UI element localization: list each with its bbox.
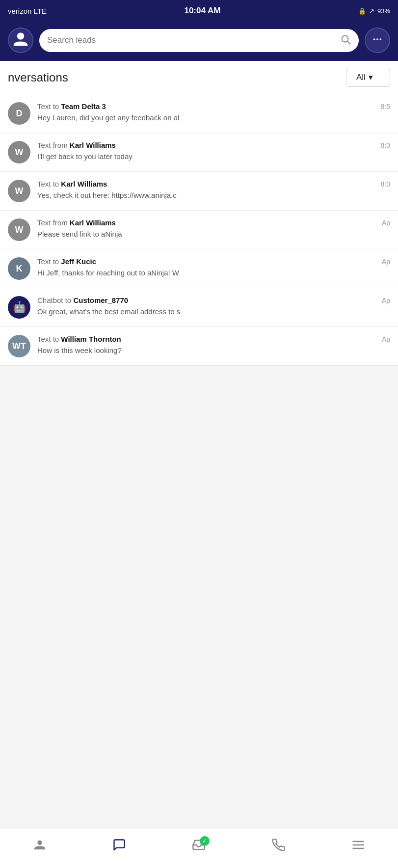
conv-content: Text to William Thornton Ap How is this …	[37, 335, 390, 354]
conv-direction: Text from	[37, 218, 70, 227]
conv-preview: Hey Lauren, did you get any feedback on …	[37, 113, 356, 122]
search-input[interactable]	[47, 35, 336, 45]
conv-top-row: Chatbot to Customer_8770 Ap	[37, 296, 390, 305]
inbox-badge: ✓	[200, 836, 210, 846]
lock-icon: 🔒	[358, 7, 366, 15]
conv-top-row: Text from Karl Williams Ap	[37, 218, 390, 227]
time-label: 10:04 AM	[184, 6, 220, 16]
carrier-label: verizon LTE	[8, 7, 47, 15]
conv-name: Karl Williams	[61, 180, 107, 188]
conv-top-row: Text from Karl Williams 8:0	[37, 141, 390, 150]
conv-name: Jeff Kucic	[61, 257, 96, 266]
conv-preview: Yes, check it out here: https://www.anin…	[37, 191, 356, 199]
svg-point-3	[373, 38, 375, 40]
conv-avatar: W	[8, 180, 30, 202]
conversation-item[interactable]: W Text from Karl Williams Ap Please send…	[0, 211, 398, 249]
conv-avatar: W	[8, 141, 30, 163]
conv-direction: Text to	[37, 257, 61, 266]
conv-avatar: 🤖	[8, 296, 30, 319]
conversation-item[interactable]: WT Text to William Thornton Ap How is th…	[0, 327, 398, 366]
conversations-title: nversations	[8, 71, 340, 84]
conv-top-row: Text to Team Delta 3 8:5	[37, 102, 390, 111]
nav-item-profile[interactable]	[33, 838, 47, 855]
conv-time: Ap	[382, 335, 390, 343]
conv-name: William Thornton	[61, 335, 121, 343]
conversation-list-wrap: D Text to Team Delta 3 8:5 Hey Lauren, d…	[0, 94, 398, 405]
conv-direction: Text from	[37, 141, 70, 149]
conversation-item[interactable]: W Text to Karl Williams 8:0 Yes, check i…	[0, 172, 398, 211]
conversation-item[interactable]: K Text to Jeff Kucic Ap Hi Jeff, thanks …	[0, 249, 398, 288]
nav-item-messages[interactable]	[112, 838, 126, 855]
conv-direction-name: Text to Karl Williams	[37, 180, 107, 189]
conv-direction-name: Text from Karl Williams	[37, 218, 116, 227]
header-menu-button[interactable]	[365, 27, 390, 53]
conv-avatar: WT	[8, 335, 30, 357]
conv-direction-name: Text from Karl Williams	[37, 141, 116, 150]
location-icon: ↗	[369, 7, 374, 15]
phone-icon	[272, 838, 286, 855]
conversation-list: D Text to Team Delta 3 8:5 Hey Lauren, d…	[0, 94, 398, 366]
conv-content: Text from Karl Williams Ap Please send l…	[37, 218, 390, 238]
svg-point-4	[376, 38, 378, 40]
conv-direction-name: Chatbot to Customer_8770	[37, 296, 128, 305]
conv-top-row: Text to Karl Williams 8:0	[37, 180, 390, 189]
conv-content: Text to Team Delta 3 8:5 Hey Lauren, did…	[37, 102, 390, 122]
nav-item-inbox[interactable]: ✓	[192, 838, 206, 855]
conv-time: 8:5	[381, 103, 390, 110]
conv-preview: Please send link to aNinja	[37, 230, 356, 238]
conv-content: Text to Karl Williams 8:0 Yes, check it …	[37, 180, 390, 199]
conv-time: Ap	[382, 258, 390, 266]
search-icon	[340, 34, 351, 47]
nav-item-menu[interactable]	[351, 838, 365, 855]
conv-direction: Text to	[37, 102, 61, 110]
header	[0, 22, 398, 61]
person-icon	[33, 838, 47, 855]
conv-preview: I'll get back to you later today	[37, 152, 356, 161]
nav-item-calls[interactable]	[272, 838, 286, 855]
svg-point-5	[380, 38, 382, 40]
conv-direction: Text to	[37, 180, 61, 188]
conv-preview: How is this week looking?	[37, 346, 356, 354]
status-bar: verizon LTE 10:04 AM 🔒 ↗ 93%	[0, 0, 398, 22]
svg-line-2	[347, 41, 350, 44]
bottom-nav: ✓	[0, 829, 398, 868]
conversation-item[interactable]: W Text from Karl Williams 8:0 I'll get b…	[0, 133, 398, 172]
conv-direction-name: Text to William Thornton	[37, 335, 121, 344]
conv-time: 8:0	[381, 180, 390, 188]
conv-content: Text to Jeff Kucic Ap Hi Jeff, thanks fo…	[37, 257, 390, 277]
check-icon: ✓	[202, 838, 207, 844]
conversation-item[interactable]: D Text to Team Delta 3 8:5 Hey Lauren, d…	[0, 94, 398, 133]
conv-direction-name: Text to Team Delta 3	[37, 102, 106, 111]
conv-preview: Ok great, what's the best email address …	[37, 307, 356, 316]
conv-top-row: Text to Jeff Kucic Ap	[37, 257, 390, 266]
conversation-item[interactable]: 🤖 Chatbot to Customer_8770 Ap Ok great, …	[0, 288, 398, 327]
filter-dropdown[interactable]: All ▾	[346, 68, 390, 87]
conv-direction: Chatbot to	[37, 296, 73, 304]
conv-preview: Hi Jeff, thanks for reaching out to aNin…	[37, 269, 356, 277]
search-bar[interactable]	[39, 29, 359, 52]
conv-avatar: K	[8, 257, 30, 280]
conv-content: Text from Karl Williams 8:0 I'll get bac…	[37, 141, 390, 161]
conv-avatar: D	[8, 102, 30, 125]
conv-name: Karl Williams	[70, 218, 116, 227]
battery-label: 93%	[377, 7, 390, 15]
chat-icon	[112, 838, 126, 855]
svg-point-6	[37, 841, 42, 845]
avatar-icon	[12, 30, 29, 51]
dots-icon	[372, 34, 383, 47]
conv-name: Team Delta 3	[61, 102, 106, 110]
conv-avatar: W	[8, 218, 30, 241]
chevron-down-icon: ▾	[369, 72, 373, 82]
menu-icon	[351, 838, 365, 855]
conv-direction: Text to	[37, 335, 61, 343]
status-right: 🔒 ↗ 93%	[358, 7, 390, 15]
conv-direction-name: Text to Jeff Kucic	[37, 257, 96, 266]
conv-top-row: Text to William Thornton Ap	[37, 335, 390, 344]
conv-name: Karl Williams	[70, 141, 116, 149]
conversations-header: nversations All ▾	[0, 61, 398, 94]
filter-value: All	[356, 73, 366, 82]
user-avatar[interactable]	[8, 27, 33, 53]
conv-time: Ap	[382, 297, 390, 304]
svg-point-0	[17, 32, 24, 39]
conv-time: Ap	[382, 219, 390, 227]
